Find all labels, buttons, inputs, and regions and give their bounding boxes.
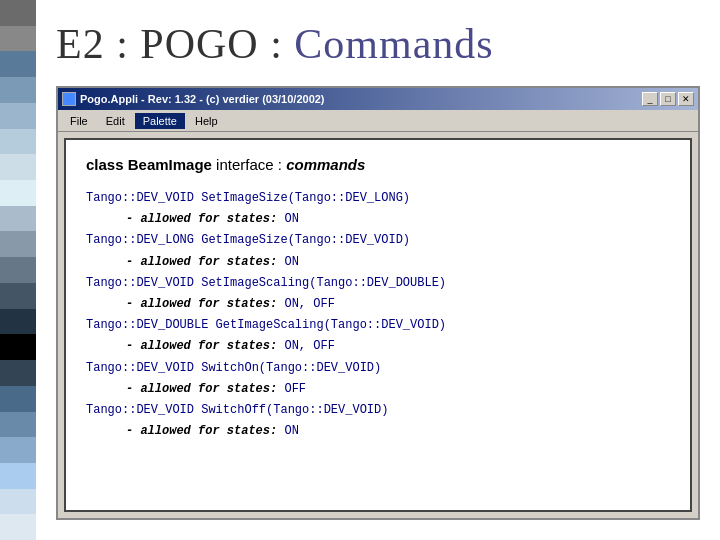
code-line-8: - allowed for states: ON, OFF [86,337,670,356]
window-content: class BeamImage interface : commands Tan… [64,138,692,512]
code-line-2: - allowed for states: ON [86,210,670,229]
window-icon [62,92,76,106]
code-line-10: - allowed for states: OFF [86,380,670,399]
swatch-5 [0,103,36,129]
window-title-area: Pogo.Appli - Rev: 1.32 - (c) verdier (03… [62,92,325,106]
class-keyword: class BeamImage [86,156,216,173]
code-line-6: - allowed for states: ON, OFF [86,295,670,314]
interface-keyword: interface : [216,156,286,173]
code-line-9: Tango::DEV_VOID SwitchOn(Tango::DEV_VOID… [86,359,670,378]
swatch-8 [0,180,36,206]
swatch-3 [0,51,36,77]
code-line-3: Tango::DEV_LONG GetImageSize(Tango::DEV_… [86,231,670,250]
main-content: E2 : POGO : Commands Pogo.Appli - Rev: 1… [36,0,720,540]
swatch-12 [0,283,36,309]
menu-file[interactable]: File [62,113,96,129]
menu-bar: File Edit Palette Help [58,110,698,132]
minimize-button[interactable]: _ [642,92,658,106]
swatch-6 [0,129,36,155]
code-line-5: Tango::DEV_VOID SetImageScaling(Tango::D… [86,274,670,293]
swatch-10 [0,231,36,257]
swatch-2 [0,26,36,52]
page-title: E2 : POGO : Commands [56,20,700,68]
swatch-4 [0,77,36,103]
swatch-17 [0,412,36,438]
swatch-18 [0,437,36,463]
svg-point-0 [65,95,73,103]
code-block: Tango::DEV_VOID SetImageSize(Tango::DEV_… [86,189,670,441]
swatch-21 [0,514,36,540]
window-titlebar: Pogo.Appli - Rev: 1.32 - (c) verdier (03… [58,88,698,110]
swatch-15 [0,360,36,386]
color-strip [0,0,36,540]
code-line-1: Tango::DEV_VOID SetImageSize(Tango::DEV_… [86,189,670,208]
swatch-20 [0,489,36,515]
swatch-1 [0,0,36,26]
swatch-16 [0,386,36,412]
code-line-4: - allowed for states: ON [86,253,670,272]
title-prefix: E2 : POGO : [56,21,294,67]
swatch-7 [0,154,36,180]
class-header: class BeamImage interface : commands [86,156,670,173]
commands-keyword: commands [286,156,365,173]
swatch-14 [0,334,36,360]
menu-edit[interactable]: Edit [98,113,133,129]
maximize-button[interactable]: □ [660,92,676,106]
swatch-13 [0,309,36,335]
code-line-11: Tango::DEV_VOID SwitchOff(Tango::DEV_VOI… [86,401,670,420]
window-title-text: Pogo.Appli - Rev: 1.32 - (c) verdier (03… [80,93,325,105]
title-commands: Commands [294,21,493,67]
window-frame: Pogo.Appli - Rev: 1.32 - (c) verdier (03… [56,86,700,520]
swatch-9 [0,206,36,232]
menu-help[interactable]: Help [187,113,226,129]
menu-palette[interactable]: Palette [135,113,185,129]
code-line-12: - allowed for states: ON [86,422,670,441]
swatch-11 [0,257,36,283]
close-button[interactable]: ✕ [678,92,694,106]
window-controls: _ □ ✕ [642,92,694,106]
code-line-7: Tango::DEV_DOUBLE GetImageScaling(Tango:… [86,316,670,335]
swatch-19 [0,463,36,489]
